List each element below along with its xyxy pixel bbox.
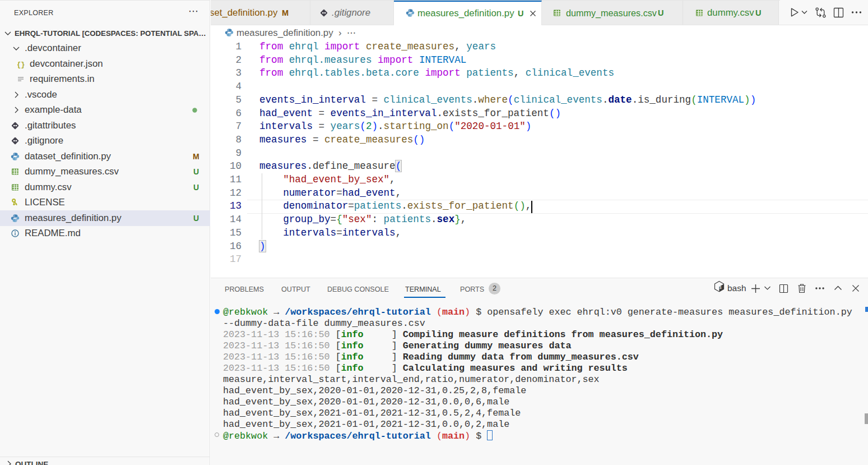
svg-text:{}: {} [17, 61, 25, 68]
svg-text:$: $ [720, 286, 722, 290]
